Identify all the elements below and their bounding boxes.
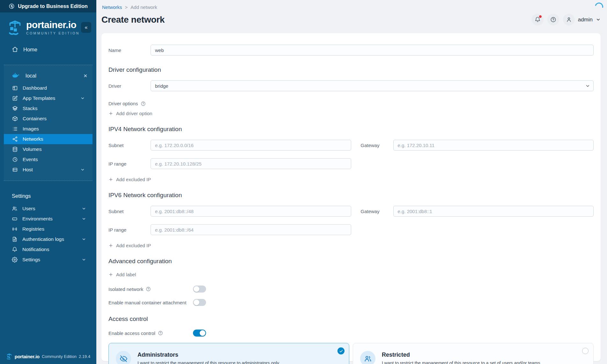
ipv4-subnet-label: Subnet [108, 143, 151, 148]
ipv6-iprange-label: IP range [108, 227, 151, 233]
ipv4-add-excluded-ip-link[interactable]: Add excluded IP [108, 177, 151, 182]
ipv6-subnet-input[interactable] [151, 206, 351, 217]
volumes-icon [12, 146, 18, 152]
chevron-down-icon [596, 17, 601, 22]
isolated-network-toggle[interactable] [193, 286, 206, 293]
sidebar-item-users[interactable]: Users [0, 204, 96, 214]
help-circle-icon[interactable] [146, 286, 151, 292]
sidebar-item-dashboard[interactable]: Dashboard [4, 83, 93, 93]
access-option-restricted[interactable]: Restricted I want to restrict the manage… [353, 343, 594, 364]
restricted-radio[interactable] [582, 348, 588, 354]
selected-check-icon [337, 347, 344, 354]
plus-icon [108, 111, 113, 116]
sidebar-item-environments[interactable]: Environments [0, 214, 96, 224]
sidebar-item-images[interactable]: Images [4, 124, 93, 134]
sidebar-item-registries[interactable]: Registries [0, 224, 96, 234]
help-circle-icon[interactable] [141, 101, 146, 106]
portainer-logo-icon [6, 353, 12, 360]
ipv6-add-excluded-ip-link[interactable]: Add excluded IP [108, 243, 151, 248]
sidebar-item-settings[interactable]: Settings [0, 255, 96, 265]
app-templates-icon [12, 95, 18, 101]
logo-row: portainer.io COMMUNITY EDITION « [0, 12, 96, 41]
manual-attachment-label: Enable manual container attachment [108, 300, 186, 305]
add-excluded-ip-label: Add excluded IP [116, 243, 151, 248]
ipv6-gateway-label: Gateway [351, 209, 393, 214]
add-label-link[interactable]: Add label [108, 272, 136, 277]
ipv4-gateway-input[interactable] [393, 140, 594, 151]
sidebar-item-label: Events [23, 157, 38, 162]
user-menu[interactable]: admin [563, 14, 601, 26]
environment-header[interactable]: local ✕ [4, 68, 93, 83]
sidebar-item-events[interactable]: Events [4, 154, 93, 165]
driver-select[interactable]: bridge [151, 80, 594, 91]
dashboard-icon [12, 85, 18, 91]
access-option-administrators[interactable]: Administrators I want to restrict the ma… [108, 343, 349, 364]
sidebar: Upgrade to Business Edition portainer.io… [0, 0, 96, 364]
ipv6-heading: IPV6 Network configuration [108, 192, 594, 199]
sidebar-item-home[interactable]: Home [0, 43, 96, 56]
notifications-button[interactable] [532, 14, 544, 26]
driver-label: Driver [108, 83, 151, 89]
page-title: Create network [101, 15, 165, 25]
ipv6-iprange-input[interactable] [151, 224, 351, 235]
name-label: Name [108, 48, 151, 53]
add-driver-option-link[interactable]: Add driver option [108, 111, 152, 116]
sidebar-item-notifications[interactable]: Notifications [0, 244, 96, 255]
sidebar-item-label: Networks [23, 136, 43, 142]
upgrade-banner[interactable]: Upgrade to Business Edition [0, 0, 96, 12]
images-icon [12, 126, 18, 132]
help-circle-icon[interactable] [158, 331, 163, 336]
sidebar-item-host[interactable]: Host [4, 165, 93, 175]
ipv6-gateway-input[interactable] [393, 206, 594, 217]
manual-attachment-toggle[interactable] [193, 299, 206, 306]
plus-icon [108, 177, 113, 182]
host-icon [12, 167, 18, 173]
name-input[interactable] [151, 45, 594, 56]
chevron-down-icon [81, 257, 87, 262]
main-content: Networks > Add network Create network ad… [96, 0, 607, 364]
users-icon [12, 206, 18, 212]
portainer-logo-icon [7, 19, 23, 35]
enable-access-control-toggle[interactable] [193, 330, 206, 337]
sidebar-item-label: Containers [23, 116, 47, 122]
sidebar-item-label: Host [23, 167, 33, 173]
chevron-down-icon [81, 237, 87, 241]
settings-icon [12, 257, 18, 263]
ipv4-subnet-input[interactable] [151, 140, 351, 151]
docker-whale-icon [12, 71, 20, 80]
chevron-down-icon [80, 96, 85, 100]
driver-config-heading: Driver configuration [108, 66, 594, 73]
ipv4-heading: IPV4 Network configuration [108, 126, 594, 133]
create-network-form: Name Driver configuration Driver bridge … [101, 33, 601, 361]
arrow-up-circle-icon [9, 3, 15, 9]
registries-icon [12, 226, 18, 232]
help-button[interactable] [547, 14, 559, 26]
sidebar-item-authentication-logs[interactable]: Authentication logs [0, 234, 96, 244]
sidebar-item-label: Dashboard [23, 85, 47, 91]
user-name: admin [578, 17, 593, 23]
sidebar-footer: portainer.io Community Edition 2.19.4 [0, 353, 96, 360]
breadcrumb-link-networks[interactable]: Networks [102, 4, 122, 10]
sidebar-item-label: Images [23, 126, 39, 132]
breadcrumb-current: Add network [130, 4, 157, 10]
environment-block: local ✕ Dashboard App Templates Stacks C… [4, 65, 93, 181]
footer-brand: portainer.io [15, 354, 40, 359]
sidebar-item-networks[interactable]: Networks [4, 134, 93, 144]
sidebar-item-stacks[interactable]: Stacks [4, 103, 93, 114]
sidebar-item-label: Volumes [23, 146, 41, 152]
sidebar-item-app-templates[interactable]: App Templates [4, 93, 93, 103]
notifications-icon [12, 247, 18, 252]
eye-off-icon [120, 355, 128, 363]
access-control-heading: Access control [108, 316, 594, 323]
footer-version: 2.19.4 [79, 354, 90, 359]
environment-close-icon[interactable]: ✕ [83, 73, 87, 78]
sidebar-collapse-button[interactable]: « [81, 22, 91, 33]
sidebar-item-containers[interactable]: Containers [4, 114, 93, 124]
containers-icon [12, 116, 18, 122]
sidebar-item-volumes[interactable]: Volumes [4, 144, 93, 154]
ipv4-iprange-input[interactable] [151, 158, 351, 169]
logo-subtitle: COMMUNITY EDITION [26, 31, 80, 35]
sidebar-item-label: Stacks [23, 106, 38, 111]
administrators-description: I want to restrict the management of thi… [137, 360, 279, 364]
help-icon [550, 17, 556, 23]
